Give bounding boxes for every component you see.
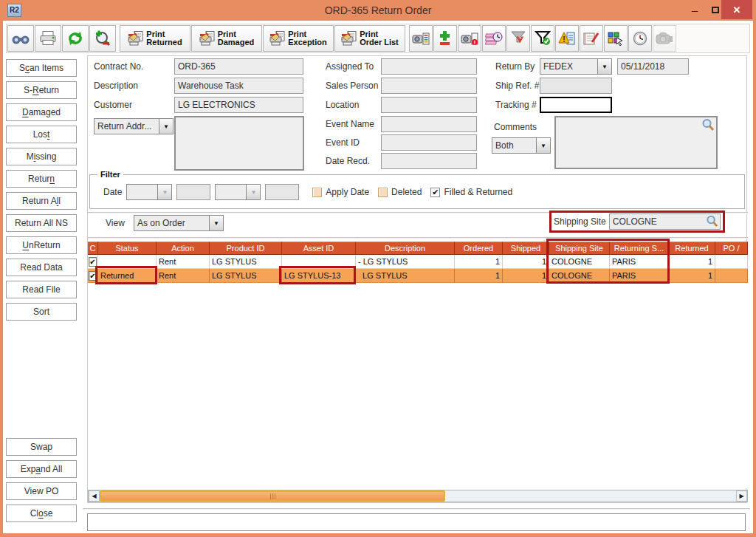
column-header-asset-id[interactable]: Asset ID	[282, 242, 356, 255]
titlebar[interactable]: R2 ORD-365 Return Order – ✕	[0, 0, 756, 21]
sidebar-button-expand-all[interactable]: Expand All	[6, 460, 77, 478]
sidebar-button-read-file[interactable]: Read File	[6, 281, 77, 298]
chevron-down-icon[interactable]: ▼	[159, 119, 173, 134]
assigned-to-field[interactable]	[381, 58, 477, 75]
cell-ordered[interactable]: 1	[455, 255, 503, 269]
sidebar-button-close[interactable]: Close	[6, 504, 77, 522]
cell-shipping-site[interactable]: COLOGNE	[549, 269, 610, 283]
sidebar-button-read-data[interactable]: Read Data	[6, 259, 77, 276]
cell-returning-s-[interactable]: PARIS	[610, 269, 669, 283]
close-button[interactable]: ✕	[721, 0, 752, 19]
sidebar-button-return-all-ns[interactable]: Return All NS	[6, 214, 77, 232]
cell-returned[interactable]: 1	[669, 255, 715, 269]
sidebar-button-view-po[interactable]: View PO	[6, 482, 77, 500]
sidebar-button-swap[interactable]: Swap	[6, 438, 77, 456]
sidebar-button-damaged[interactable]: Damaged	[6, 103, 77, 121]
view-dropdown[interactable]: As on Order ▼	[134, 215, 224, 231]
cell-action[interactable]: Rent	[157, 255, 210, 269]
shipping-site-search-icon[interactable]	[706, 215, 718, 228]
cell-c[interactable]: ✔	[88, 255, 98, 269]
filter-date2-field[interactable]	[265, 184, 299, 200]
equipment-list-button[interactable]	[409, 25, 433, 52]
print-order-list-button[interactable]: PrintOrder List	[334, 25, 405, 52]
filter-checkbox-deleted[interactable]: Deleted	[378, 187, 422, 197]
horizontal-scrollbar[interactable]: ◀ ▶	[88, 490, 748, 502]
filter-date-op2-dropdown[interactable]: ▼	[215, 184, 261, 200]
cell-asset-id[interactable]	[282, 255, 356, 269]
filter-checkbox-filled-returned[interactable]: ✔Filled & Returned	[430, 187, 512, 197]
column-header-product-id[interactable]: Product ID	[210, 242, 282, 255]
location-field[interactable]	[381, 97, 477, 113]
cell-status[interactable]: Returned	[98, 269, 157, 283]
column-header-ordered[interactable]: Ordered	[455, 242, 503, 255]
ship-ref-field[interactable]	[540, 78, 612, 94]
print-damaged-button[interactable]: PrintDamaged	[191, 25, 262, 52]
description-field[interactable]: Warehouse Task	[174, 78, 303, 94]
cell-status[interactable]	[98, 255, 157, 269]
row-checkbox[interactable]: ✔	[89, 271, 96, 281]
scroll-left-arrow[interactable]: ◀	[89, 490, 100, 502]
event-name-field[interactable]	[381, 116, 477, 132]
cell-description[interactable]: LG STYLUS	[356, 269, 455, 283]
scrollbar-thumb[interactable]	[100, 490, 445, 502]
cell-returned[interactable]: 1	[669, 269, 715, 283]
sidebar-button-missing[interactable]: Missing	[6, 148, 77, 165]
sidebar-button-lost[interactable]: Lost	[6, 126, 77, 143]
sidebar-button-unreturn[interactable]: UnReturn	[6, 236, 77, 254]
cell-description[interactable]: - LG STYLUS	[356, 255, 455, 269]
date-recd-field[interactable]	[381, 153, 477, 169]
scroll-right-arrow[interactable]: ▶	[736, 490, 747, 502]
cell-po-[interactable]	[715, 269, 748, 283]
cell-shipping-site[interactable]: COLOGNE	[549, 255, 610, 269]
chevron-down-icon[interactable]: ▼	[597, 59, 611, 74]
sales-person-field[interactable]	[381, 78, 477, 94]
sidebar-button-sort[interactable]: Sort	[6, 303, 77, 321]
column-header-action[interactable]: Action	[157, 242, 210, 255]
binoculars-button[interactable]	[7, 25, 34, 52]
cell-po-[interactable]	[715, 255, 748, 269]
return-by-dropdown[interactable]: FEDEX ▼	[540, 58, 612, 75]
filter-date1-field[interactable]	[176, 184, 210, 200]
cell-ordered[interactable]: 1	[455, 269, 503, 283]
sidebar-button-return[interactable]: Return	[6, 170, 77, 188]
minimize-button[interactable]: –	[685, 0, 704, 19]
cell-shipped[interactable]: 1	[503, 255, 549, 269]
filter-checkbox-apply-date[interactable]: Apply Date	[312, 187, 369, 197]
filter-down-button[interactable]	[506, 25, 530, 52]
column-header-description[interactable]: Description	[356, 242, 455, 255]
cell-c[interactable]: ✔	[88, 269, 98, 283]
bottom-note-field[interactable]	[87, 513, 746, 531]
alert-document-button[interactable]: !	[555, 25, 579, 52]
contract-no-field[interactable]: ORD-365	[174, 58, 303, 75]
shipping-site-field[interactable]: COLOGNE	[609, 213, 721, 230]
clock-button[interactable]	[628, 25, 652, 52]
filter-check-button[interactable]	[531, 25, 554, 52]
add-remove-button[interactable]	[433, 25, 457, 52]
tracking-field[interactable]	[540, 97, 612, 113]
return-address-textarea[interactable]	[174, 116, 304, 171]
cell-returning-s-[interactable]: PARIS	[610, 255, 669, 269]
sidebar-button-scan-items[interactable]: Scan Items	[6, 59, 77, 77]
row-checkbox[interactable]: ✔	[89, 257, 96, 267]
chevron-down-icon[interactable]: ▼	[209, 216, 223, 230]
event-id-field[interactable]	[381, 134, 477, 151]
sidebar-button-s-return[interactable]: S-Return	[6, 81, 77, 99]
notepad-edit-button[interactable]	[580, 25, 603, 52]
column-header-returning-s-[interactable]: Returning S...	[610, 242, 669, 255]
column-header-shipping-site[interactable]: Shipping Site	[549, 242, 610, 255]
checkbox-icon[interactable]	[312, 188, 322, 197]
column-header-c[interactable]: C	[88, 242, 98, 255]
column-header-returned[interactable]: Returned	[669, 242, 715, 255]
zoom-plus-minus-button[interactable]	[89, 25, 116, 52]
print-returned-button[interactable]: PrintReturned	[120, 25, 190, 52]
column-header-po-[interactable]: PO /	[715, 242, 748, 255]
customer-field[interactable]: LG ELECTRONICS	[174, 97, 303, 113]
comments-type-dropdown[interactable]: Both ▼	[492, 137, 551, 154]
cell-shipped[interactable]: 1	[503, 269, 549, 283]
chevron-down-icon[interactable]: ▼	[536, 138, 550, 153]
return-address-dropdown[interactable]: Return Addr... ▼	[94, 118, 173, 134]
checkbox-icon[interactable]	[378, 188, 388, 197]
equipment-alert-button[interactable]: !	[458, 25, 481, 52]
print-exception-button[interactable]: PrintException	[263, 25, 334, 52]
filter-date-op1-dropdown[interactable]: ▼	[126, 184, 172, 200]
